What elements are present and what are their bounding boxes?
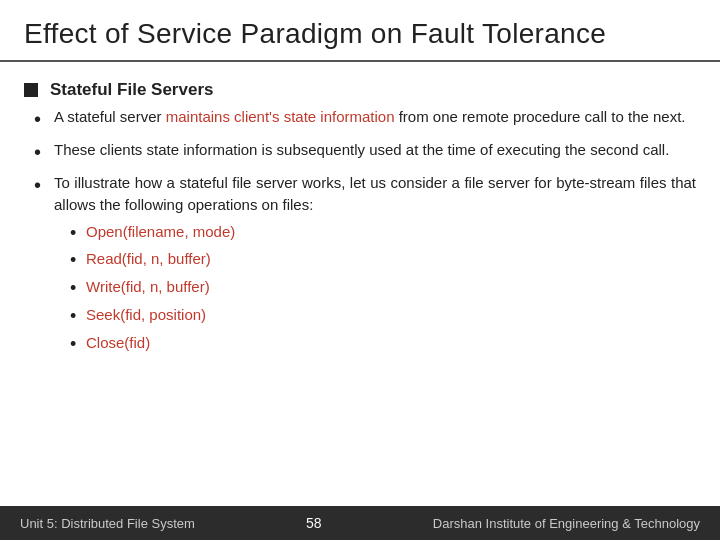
sub-list: • Open(filename, mode) • Read(fid, n, bu… <box>70 220 696 359</box>
sub-dot-3: • <box>70 275 86 303</box>
bullet-text-2: These clients state information is subse… <box>54 139 696 161</box>
footer-left: Unit 5: Distributed File System <box>20 516 195 531</box>
bullet-list: • A stateful server maintains client's s… <box>34 106 696 359</box>
sub-item-1: • Open(filename, mode) <box>70 220 696 248</box>
sub-item-2: • Read(fid, n, buffer) <box>70 247 696 275</box>
sub-text-1: Open(filename, mode) <box>86 220 235 243</box>
slide: Effect of Service Paradigm on Fault Tole… <box>0 0 720 540</box>
bullet-text-1: A stateful server maintains client's sta… <box>54 106 696 128</box>
sub-dot-2: • <box>70 247 86 275</box>
bullet-item-3: • To illustrate how a stateful file serv… <box>34 172 696 359</box>
section-heading: Stateful File Servers <box>24 80 696 100</box>
sub-item-3: • Write(fid, n, buffer) <box>70 275 696 303</box>
bullet-dot-2: • <box>34 140 54 164</box>
sub-text-5: Close(fid) <box>86 331 150 354</box>
bullet-dot-3: • <box>34 173 54 197</box>
section-title: Stateful File Servers <box>50 80 213 100</box>
bullet-item-1: • A stateful server maintains client's s… <box>34 106 696 131</box>
highlight-1: maintains client's state information <box>166 108 395 125</box>
sub-dot-1: • <box>70 220 86 248</box>
sub-item-4: • Seek(fid, position) <box>70 303 696 331</box>
footer-page-number: 58 <box>306 515 322 531</box>
footer: Unit 5: Distributed File System 58 Darsh… <box>0 506 720 540</box>
sub-item-5: • Close(fid) <box>70 331 696 359</box>
section-icon <box>24 83 38 97</box>
sub-dot-4: • <box>70 303 86 331</box>
sub-dot-5: • <box>70 331 86 359</box>
sub-text-4: Seek(fid, position) <box>86 303 206 326</box>
sub-text-3: Write(fid, n, buffer) <box>86 275 210 298</box>
bullet-dot-1: • <box>34 107 54 131</box>
content-area: Stateful File Servers • A stateful serve… <box>0 62 720 506</box>
title-bar: Effect of Service Paradigm on Fault Tole… <box>0 0 720 62</box>
slide-title: Effect of Service Paradigm on Fault Tole… <box>24 18 606 49</box>
footer-right: Darshan Institute of Engineering & Techn… <box>433 516 700 531</box>
bullet-item-2: • These clients state information is sub… <box>34 139 696 164</box>
sub-text-2: Read(fid, n, buffer) <box>86 247 211 270</box>
bullet-text-3: To illustrate how a stateful file server… <box>54 172 696 359</box>
